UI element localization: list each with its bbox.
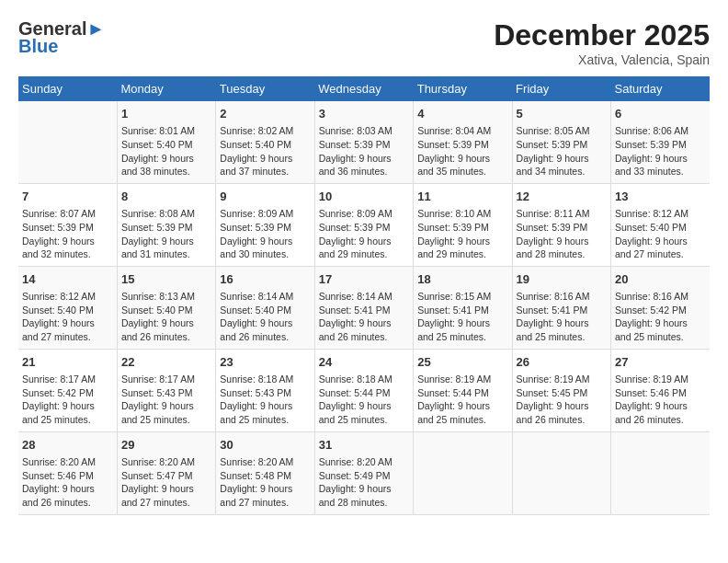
day-info: Sunrise: 8:12 AM Sunset: 5:40 PM Dayligh… xyxy=(615,207,706,261)
daylight: Daylight: 9 hours and 26 minutes. xyxy=(220,317,292,342)
calendar-cell: 17 Sunrise: 8:14 AM Sunset: 5:41 PM Dayl… xyxy=(314,266,413,349)
sunset: Sunset: 5:39 PM xyxy=(319,222,391,233)
sunset: Sunset: 5:48 PM xyxy=(220,470,291,481)
daylight: Daylight: 9 hours and 33 minutes. xyxy=(615,153,688,178)
calendar-cell: 19 Sunrise: 8:16 AM Sunset: 5:41 PM Dayl… xyxy=(512,266,610,349)
day-info: Sunrise: 8:01 AM Sunset: 5:40 PM Dayligh… xyxy=(121,124,211,178)
calendar-cell: 13 Sunrise: 8:12 AM Sunset: 5:40 PM Dayl… xyxy=(611,183,710,266)
day-number: 31 xyxy=(319,437,409,454)
sunrise: Sunrise: 8:15 AM xyxy=(417,291,491,302)
day-number: 13 xyxy=(615,189,706,205)
day-info: Sunrise: 8:03 AM Sunset: 5:39 PM Dayligh… xyxy=(319,124,409,178)
daylight: Daylight: 9 hours and 25 minutes. xyxy=(121,400,194,425)
daylight: Daylight: 9 hours and 26 minutes. xyxy=(22,483,95,508)
day-number: 20 xyxy=(615,271,706,288)
day-info: Sunrise: 8:10 AM Sunset: 5:39 PM Dayligh… xyxy=(417,207,507,261)
calendar-cell: 8 Sunrise: 8:08 AM Sunset: 5:39 PM Dayli… xyxy=(117,183,215,266)
day-number: 26 xyxy=(517,354,607,371)
calendar-cell: 25 Sunrise: 8:19 AM Sunset: 5:44 PM Dayl… xyxy=(414,349,512,431)
daylight: Daylight: 9 hours and 25 minutes. xyxy=(417,317,490,342)
sunrise: Sunrise: 8:05 AM xyxy=(517,125,590,136)
day-number: 17 xyxy=(319,271,409,288)
calendar-cell: 22 Sunrise: 8:17 AM Sunset: 5:43 PM Dayl… xyxy=(117,349,215,431)
sunrise: Sunrise: 8:08 AM xyxy=(121,208,195,219)
daylight: Daylight: 9 hours and 28 minutes. xyxy=(517,236,589,260)
daylight: Daylight: 9 hours and 27 minutes. xyxy=(615,236,688,260)
calendar-header: SundayMondayTuesdayWednesdayThursdayFrid… xyxy=(18,76,710,101)
sunrise: Sunrise: 8:02 AM xyxy=(220,125,293,136)
title-block: December 2025 Xativa, Valencia, Spain xyxy=(494,18,710,67)
sunrise: Sunrise: 8:19 AM xyxy=(517,373,590,385)
day-info: Sunrise: 8:18 AM Sunset: 5:43 PM Dayligh… xyxy=(220,373,310,427)
day-info: Sunrise: 8:20 AM Sunset: 5:47 PM Dayligh… xyxy=(121,455,211,510)
daylight: Daylight: 9 hours and 29 minutes. xyxy=(417,236,490,260)
sunrise: Sunrise: 8:12 AM xyxy=(615,208,688,219)
sunrise: Sunrise: 8:09 AM xyxy=(319,208,392,219)
calendar-cell: 5 Sunrise: 8:05 AM Sunset: 5:39 PM Dayli… xyxy=(512,101,610,183)
weekday-header-saturday: Saturday xyxy=(611,76,710,101)
day-info: Sunrise: 8:11 AM Sunset: 5:39 PM Dayligh… xyxy=(517,207,607,261)
calendar-cell: 29 Sunrise: 8:20 AM Sunset: 5:47 PM Dayl… xyxy=(117,431,215,514)
day-number: 30 xyxy=(220,437,310,454)
daylight: Daylight: 9 hours and 25 minutes. xyxy=(517,317,589,342)
day-number: 23 xyxy=(220,354,310,371)
calendar-cell: 3 Sunrise: 8:03 AM Sunset: 5:39 PM Dayli… xyxy=(314,101,413,183)
calendar-week-row: 7 Sunrise: 8:07 AM Sunset: 5:39 PM Dayli… xyxy=(18,183,710,266)
day-info: Sunrise: 8:06 AM Sunset: 5:39 PM Dayligh… xyxy=(615,124,706,178)
calendar-table: SundayMondayTuesdayWednesdayThursdayFrid… xyxy=(18,76,710,515)
location-subtitle: Xativa, Valencia, Spain xyxy=(494,52,710,67)
sunset: Sunset: 5:39 PM xyxy=(319,139,391,150)
day-info: Sunrise: 8:19 AM Sunset: 5:44 PM Dayligh… xyxy=(417,373,507,427)
calendar-cell xyxy=(18,101,117,183)
sunset: Sunset: 5:40 PM xyxy=(220,304,291,316)
day-number: 4 xyxy=(417,106,507,122)
sunrise: Sunrise: 8:12 AM xyxy=(22,291,96,302)
day-info: Sunrise: 8:08 AM Sunset: 5:39 PM Dayligh… xyxy=(121,207,211,261)
day-number: 21 xyxy=(22,354,113,371)
sunset: Sunset: 5:41 PM xyxy=(417,304,489,316)
day-info: Sunrise: 8:14 AM Sunset: 5:40 PM Dayligh… xyxy=(220,290,310,344)
sunset: Sunset: 5:40 PM xyxy=(615,222,687,233)
daylight: Daylight: 9 hours and 32 minutes. xyxy=(22,236,95,260)
sunrise: Sunrise: 8:10 AM xyxy=(417,208,491,219)
day-info: Sunrise: 8:17 AM Sunset: 5:42 PM Dayligh… xyxy=(22,373,113,427)
month-year-title: December 2025 xyxy=(494,18,710,52)
sunrise: Sunrise: 8:03 AM xyxy=(319,125,392,136)
sunset: Sunset: 5:39 PM xyxy=(22,222,94,233)
day-info: Sunrise: 8:12 AM Sunset: 5:40 PM Dayligh… xyxy=(22,290,113,344)
sunset: Sunset: 5:42 PM xyxy=(615,304,687,316)
sunrise: Sunrise: 8:17 AM xyxy=(121,373,195,385)
calendar-cell: 12 Sunrise: 8:11 AM Sunset: 5:39 PM Dayl… xyxy=(512,183,610,266)
logo: General► Blue xyxy=(18,18,105,56)
calendar-cell xyxy=(611,431,710,514)
calendar-cell: 20 Sunrise: 8:16 AM Sunset: 5:42 PM Dayl… xyxy=(611,266,710,349)
sunset: Sunset: 5:39 PM xyxy=(517,139,588,150)
day-number: 10 xyxy=(319,189,409,205)
sunset: Sunset: 5:39 PM xyxy=(417,139,489,150)
day-number: 12 xyxy=(517,189,607,205)
sunset: Sunset: 5:40 PM xyxy=(121,304,193,316)
sunrise: Sunrise: 8:07 AM xyxy=(22,208,96,219)
sunset: Sunset: 5:46 PM xyxy=(22,470,94,481)
calendar-cell: 23 Sunrise: 8:18 AM Sunset: 5:43 PM Dayl… xyxy=(216,349,314,431)
calendar-week-row: 21 Sunrise: 8:17 AM Sunset: 5:42 PM Dayl… xyxy=(18,349,710,431)
day-info: Sunrise: 8:13 AM Sunset: 5:40 PM Dayligh… xyxy=(121,290,211,344)
sunrise: Sunrise: 8:04 AM xyxy=(417,125,491,136)
weekday-header-sunday: Sunday xyxy=(18,76,117,101)
day-number: 27 xyxy=(615,354,706,371)
day-info: Sunrise: 8:14 AM Sunset: 5:41 PM Dayligh… xyxy=(319,290,409,344)
calendar-cell: 30 Sunrise: 8:20 AM Sunset: 5:48 PM Dayl… xyxy=(216,431,314,514)
calendar-cell: 10 Sunrise: 8:09 AM Sunset: 5:39 PM Dayl… xyxy=(314,183,413,266)
day-number: 19 xyxy=(517,271,607,288)
calendar-cell: 7 Sunrise: 8:07 AM Sunset: 5:39 PM Dayli… xyxy=(18,183,117,266)
sunset: Sunset: 5:49 PM xyxy=(319,470,391,481)
sunrise: Sunrise: 8:20 AM xyxy=(22,456,96,467)
sunrise: Sunrise: 8:14 AM xyxy=(220,291,293,302)
sunset: Sunset: 5:43 PM xyxy=(220,387,291,398)
sunset: Sunset: 5:42 PM xyxy=(22,387,94,398)
day-info: Sunrise: 8:16 AM Sunset: 5:41 PM Dayligh… xyxy=(517,290,607,344)
day-number: 9 xyxy=(220,189,310,205)
weekday-header-tuesday: Tuesday xyxy=(216,76,314,101)
sunrise: Sunrise: 8:20 AM xyxy=(319,456,392,467)
sunrise: Sunrise: 8:01 AM xyxy=(121,125,195,136)
